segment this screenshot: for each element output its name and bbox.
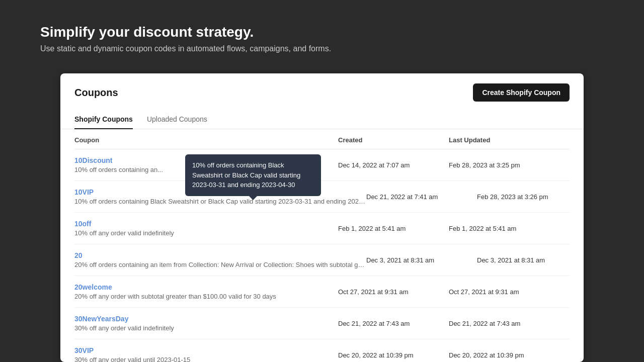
tab-uploaded-coupons[interactable]: Uploaded Coupons [147,110,207,129]
coupon-desc-10vip: 10% off orders containing Black Sweatshi… [74,198,366,205]
table-row: 20welcome 20% off any order with subtota… [74,276,570,308]
coupon-updated-10vip: Feb 28, 2023 at 3:26 pm [477,188,584,205]
table-row: 10off 10% off any order valid indefinite… [74,213,570,244]
coupon-name-20welcome[interactable]: 20welcome [74,283,338,291]
table-header: Coupon Created Last Updated [74,129,570,149]
coupon-name-10discount[interactable]: 10Discount [74,156,338,164]
coupon-cell: 30NewYearsDay 30% off any order valid in… [74,315,338,332]
coupon-name-20[interactable]: 20 [74,251,366,259]
coupon-desc-30newyearsday: 30% off any order valid indefinitely [74,324,338,332]
coupon-cell: 30VIP 30% off any order valid until 2023… [74,346,338,362]
coupon-updated-20welcome: Oct 27, 2021 at 9:31 am [449,283,570,300]
coupon-created-20: Dec 3, 2021 at 8:31 am [366,251,477,268]
coupon-name-30vip[interactable]: 30VIP [74,346,338,354]
coupon-updated-10off: Feb 1, 2022 at 5:41 am [449,220,570,237]
hero-section: Simplify your discount strategy. Use sta… [0,0,644,73]
tab-shopify-coupons[interactable]: Shopify Coupons [74,110,133,129]
coupon-updated-20: Dec 3, 2021 at 8:31 am [477,251,584,268]
coupon-created-30vip: Dec 20, 2022 at 10:39 pm [338,346,449,362]
coupon-created-30newyearsday: Dec 21, 2022 at 7:43 am [338,315,449,332]
hero-subtitle: Use static and dynamic coupon codes in a… [40,44,604,53]
coupon-desc-20welcome: 20% off any order with subtotal greater … [74,293,338,300]
coupon-desc-10discount: 10% off orders containing an... [74,166,338,173]
panel-header: Coupons Create Shopify Coupon [60,73,584,102]
coupon-updated-30newyearsday: Dec 21, 2022 at 7:43 am [449,315,570,332]
table-row: 20 20% off orders containing an item fro… [74,244,570,276]
table-container: Coupon Created Last Updated 10Discount 1… [60,129,584,362]
coupon-cell: 10VIP 10% off orders containing Black Sw… [74,188,366,205]
coupon-desc-10off: 10% off any order valid indefinitely [74,229,338,237]
coupon-cell: 10off 10% off any order valid indefinite… [74,220,338,237]
coupon-name-10vip[interactable]: 10VIP [74,188,366,196]
coupon-created-10discount: Dec 14, 2022 at 7:07 am [338,156,449,173]
coupon-cell: 10Discount 10% off orders containing an.… [74,156,338,173]
coupon-updated-10discount: Feb 28, 2023 at 3:25 pm [449,156,570,173]
table-row: 10VIP 10% off orders containing Black Sw… [74,181,570,213]
coupon-updated-30vip: Dec 20, 2022 at 10:39 pm [449,346,570,362]
create-shopify-coupon-button[interactable]: Create Shopify Coupon [473,83,570,102]
table-row: 30NewYearsDay 30% off any order valid in… [74,308,570,339]
coupons-panel: Coupons Create Shopify Coupon Shopify Co… [60,73,584,362]
hero-title: Simplify your discount strategy. [40,24,604,40]
coupon-name-10off[interactable]: 10off [74,220,338,228]
tabs-bar: Shopify Coupons Uploaded Coupons [60,110,584,129]
coupon-name-30newyearsday[interactable]: 30NewYearsDay [74,315,338,323]
header-coupon: Coupon [74,136,338,144]
coupon-cell: 20welcome 20% off any order with subtota… [74,283,338,300]
coupon-desc-30vip: 30% off any order valid until 2023-01-15 [74,356,338,362]
header-created: Created [338,136,449,144]
coupon-cell: 20 20% off orders containing an item fro… [74,251,366,268]
coupon-created-10vip: Dec 21, 2022 at 7:41 am [366,188,477,205]
panel-title: Coupons [74,87,118,99]
coupon-created-20welcome: Oct 27, 2021 at 9:31 am [338,283,449,300]
coupon-created-10off: Feb 1, 2022 at 5:41 am [338,220,449,237]
table-row: 10Discount 10% off orders containing an.… [74,149,570,181]
coupon-desc-20: 20% off orders containing an item from C… [74,261,366,268]
table-row: 30VIP 30% off any order valid until 2023… [74,339,570,362]
header-last-updated: Last Updated [449,136,570,144]
